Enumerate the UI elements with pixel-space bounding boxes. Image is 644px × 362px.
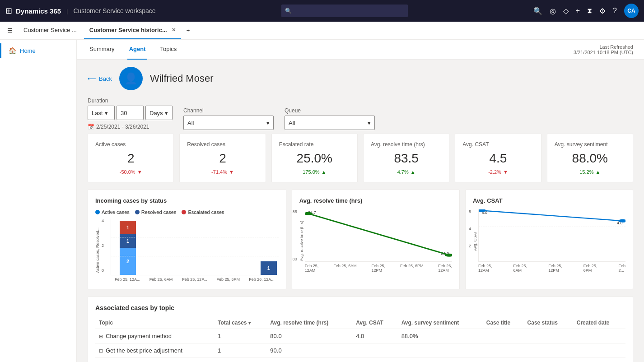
expand-icon[interactable]: ⊞: [99, 334, 103, 339]
col-avg-csat: Avg. CSAT: [352, 317, 397, 329]
y-axis-label: Active cases, Resolved...: [95, 227, 100, 273]
sidebar-item-home[interactable]: 🏠 Home: [0, 43, 76, 58]
channel-select[interactable]: All ▾: [183, 116, 274, 130]
dashboard: ⟵ Back 👤 Wilfried Moser Duration Last ▾: [77, 60, 644, 362]
col-case-status: Case status: [524, 317, 573, 329]
svg-line-3: [481, 210, 622, 221]
back-arrow-icon: ⟵: [88, 75, 96, 82]
sub-tab-agent[interactable]: Agent: [127, 40, 148, 60]
tab-label-active: Customer Service historic...: [89, 27, 167, 33]
col-avg-resolve: Avg. resolve time (hrs): [266, 317, 352, 329]
tab-customer-service[interactable]: Customer Service ...: [18, 22, 82, 39]
back-button[interactable]: ⟵ Back: [88, 75, 112, 82]
kpi-card-1: Resolved cases 2 -71.4% ▼: [179, 134, 266, 182]
bar-segment-escalated: 1: [120, 221, 136, 234]
queue-label: Queue: [285, 107, 375, 114]
duration-number-select[interactable]: 30: [117, 106, 144, 120]
kpi-value: 88.0%: [555, 151, 625, 166]
kpi-value: 83.5: [371, 151, 442, 166]
kpi-card-5: Avg. survey sentiment 88.0% 15.2% ▲: [547, 134, 633, 182]
nav-separator: |: [66, 8, 68, 14]
kpi-card-2: Escalated rate 25.0% 175.0% ▲: [271, 134, 358, 182]
bar-group-5: 1: [247, 261, 277, 275]
legend-label: Active cases: [102, 209, 130, 215]
kpi-change: 175.0% ▲: [279, 169, 350, 175]
avg-resolve-chart: Avg. resolve time (hrs) Avg. resolve tim…: [292, 190, 460, 289]
kpi-change: -2.2% ▼: [462, 169, 533, 175]
calendar-icon: 📅: [88, 124, 94, 130]
table-row: ⊞Change payment method 1 80.0 4.0 88.0%: [95, 329, 625, 343]
cell-case-title: [483, 343, 524, 358]
legend-label: Resolved cases: [141, 209, 177, 215]
charts-row: Incoming cases by status Active cases Re…: [88, 190, 633, 289]
target-icon[interactable]: ◎: [550, 7, 556, 15]
duration-last-select[interactable]: Last ▾: [88, 106, 115, 120]
avg-resolve-title: Avg. resolve time (hrs): [299, 197, 452, 204]
plus-icon[interactable]: +: [576, 7, 580, 15]
incoming-chart-legend: Active cases Resolved cases Escalated ca…: [95, 209, 279, 215]
legend-dot: [182, 210, 186, 214]
search-icon[interactable]: 🔍: [533, 7, 542, 15]
sub-tab-summary[interactable]: Summary: [88, 40, 117, 60]
date-range: 📅 2/25/2021 - 3/26/2021: [88, 124, 173, 130]
kpi-title: Avg. CSAT: [462, 141, 533, 148]
kpi-value: 2: [95, 151, 166, 166]
kpi-title: Avg. survey sentiment: [555, 141, 625, 148]
legend-dot: [135, 210, 140, 214]
cell-avg-survey: 88.0%: [398, 329, 483, 343]
svg-line-0: [308, 213, 449, 255]
agent-avatar: 👤: [119, 67, 143, 90]
diamond-icon[interactable]: ◇: [563, 7, 569, 15]
user-avatar[interactable]: CA: [624, 4, 639, 18]
filter-icon[interactable]: ⧗: [587, 7, 592, 15]
nav-spacer: 🔍: [161, 5, 528, 17]
tab-bar: ☰ Customer Service ... Customer Service …: [0, 22, 644, 40]
help-icon[interactable]: ?: [613, 7, 617, 15]
last-refreshed: Last Refreshed 3/21/2021 10:18 PM (UTC): [574, 44, 633, 55]
legend-label: Escalated cases: [188, 209, 224, 215]
chevron-down-icon-3: ▾: [266, 120, 270, 126]
col-total-cases[interactable]: Total cases ▾: [214, 317, 266, 329]
kpi-value: 2: [187, 151, 258, 166]
agent-name: Wilfried Moser: [150, 73, 214, 84]
kpi-change: -71.4% ▼: [187, 169, 258, 175]
nav-brand: Dynamics 365: [16, 7, 61, 15]
kpi-value: 25.0%: [279, 151, 350, 166]
filter-duration: Duration Last ▾ 30 Days ▾: [88, 97, 173, 130]
kpi-title: Resolved cases: [187, 141, 258, 148]
tab-add-icon[interactable]: +: [183, 23, 194, 37]
settings-icon[interactable]: ⚙: [599, 7, 606, 15]
grid-icon[interactable]: ⊞: [5, 6, 12, 16]
kpi-card-0: Active cases 2 -50.0% ▼: [88, 134, 174, 182]
kpi-change: -50.0% ▼: [95, 169, 166, 175]
cell-total-cases: 1: [214, 343, 266, 358]
bar-group-1: 1 1 2: [113, 221, 143, 275]
nav-search[interactable]: 🔍: [285, 8, 292, 14]
sub-tab-topics[interactable]: Topics: [158, 40, 178, 60]
sidebar-item-home-label: Home: [20, 47, 36, 54]
table-row: ⊞Get the best price adjustment 1 90.0: [95, 343, 625, 358]
kpi-cards: Active cases 2 -50.0% ▼ Resolved cases 2…: [88, 134, 633, 182]
tab-customer-service-historic[interactable]: Customer Service historic... ✕: [84, 22, 181, 39]
kpi-change: 4.7% ▲: [371, 169, 442, 175]
tab-close-icon[interactable]: ✕: [172, 27, 176, 33]
chevron-down-icon-2: ▾: [165, 110, 168, 116]
svg-point-4: [479, 209, 486, 212]
queue-select[interactable]: All ▾: [285, 116, 375, 130]
cases-data-table: Topic Total cases ▾ Avg. resolve time (h…: [95, 317, 625, 358]
hamburger-icon[interactable]: ☰: [4, 23, 16, 37]
table-header-row: Topic Total cases ▾ Avg. resolve time (h…: [95, 317, 625, 329]
bar-segment-active: 2: [120, 248, 136, 275]
cell-avg-csat: [352, 343, 397, 358]
cell-created-date: [573, 329, 625, 343]
cell-avg-resolve: 90.0: [266, 343, 352, 358]
duration-unit-select[interactable]: Days ▾: [145, 106, 173, 120]
sidebar: 🏠 Home: [0, 40, 77, 362]
expand-icon[interactable]: ⊞: [99, 348, 103, 353]
legend-item: Resolved cases: [135, 209, 177, 215]
top-nav: ⊞ Dynamics 365 | Customer Service worksp…: [0, 0, 644, 22]
sort-icon: ▾: [248, 320, 251, 325]
sub-tabs: Summary Agent Topics Last Refreshed 3/21…: [77, 40, 644, 60]
main-layout: 🏠 Home Summary Agent Topics Last Refresh…: [0, 40, 644, 362]
cell-topic: ⊞Get the best price adjustment: [95, 343, 214, 358]
